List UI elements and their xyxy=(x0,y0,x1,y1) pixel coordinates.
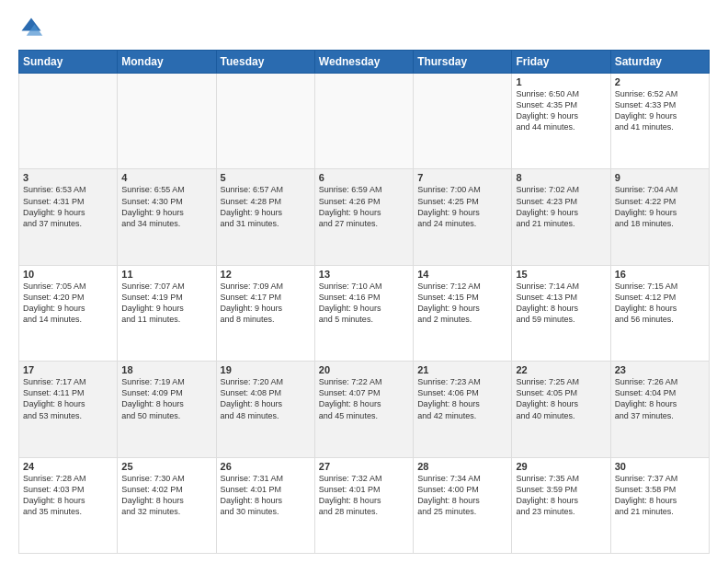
day-info: Sunrise: 7:19 AM Sunset: 4:09 PM Dayligh… xyxy=(121,376,211,421)
day-info: Sunrise: 7:28 AM Sunset: 4:03 PM Dayligh… xyxy=(23,473,113,518)
calendar-header-thursday: Thursday xyxy=(414,51,512,74)
day-number: 24 xyxy=(23,461,113,472)
page: SundayMondayTuesdayWednesdayThursdayFrid… xyxy=(0,0,728,563)
day-info: Sunrise: 6:52 AM Sunset: 4:33 PM Dayligh… xyxy=(615,88,705,133)
calendar-header-row: SundayMondayTuesdayWednesdayThursdayFrid… xyxy=(19,51,710,74)
day-info: Sunrise: 6:53 AM Sunset: 4:31 PM Dayligh… xyxy=(23,184,113,229)
day-number: 5 xyxy=(221,172,311,183)
calendar-cell: 9Sunrise: 7:04 AM Sunset: 4:22 PM Daylig… xyxy=(610,169,709,265)
calendar-cell: 8Sunrise: 7:02 AM Sunset: 4:23 PM Daylig… xyxy=(512,169,610,265)
calendar-cell: 29Sunrise: 7:35 AM Sunset: 3:59 PM Dayli… xyxy=(512,457,610,553)
day-info: Sunrise: 7:25 AM Sunset: 4:05 PM Dayligh… xyxy=(516,376,606,421)
calendar-week-3: 10Sunrise: 7:05 AM Sunset: 4:20 PM Dayli… xyxy=(19,265,710,361)
calendar-cell: 4Sunrise: 6:55 AM Sunset: 4:30 PM Daylig… xyxy=(118,169,216,265)
calendar-cell: 13Sunrise: 7:10 AM Sunset: 4:16 PM Dayli… xyxy=(314,265,413,361)
day-info: Sunrise: 7:22 AM Sunset: 4:07 PM Dayligh… xyxy=(319,376,409,421)
day-number: 20 xyxy=(319,364,409,375)
calendar-header-wednesday: Wednesday xyxy=(314,51,413,74)
calendar-week-5: 24Sunrise: 7:28 AM Sunset: 4:03 PM Dayli… xyxy=(19,457,710,553)
calendar-cell: 18Sunrise: 7:19 AM Sunset: 4:09 PM Dayli… xyxy=(118,362,216,457)
calendar-cell: 26Sunrise: 7:31 AM Sunset: 4:01 PM Dayli… xyxy=(216,457,314,553)
day-info: Sunrise: 7:07 AM Sunset: 4:19 PM Dayligh… xyxy=(121,281,211,326)
day-info: Sunrise: 6:50 AM Sunset: 4:35 PM Dayligh… xyxy=(516,88,606,133)
calendar-cell: 1Sunrise: 6:50 AM Sunset: 4:35 PM Daylig… xyxy=(512,74,610,169)
day-number: 29 xyxy=(516,461,606,472)
day-number: 13 xyxy=(319,269,409,280)
day-number: 6 xyxy=(319,172,409,183)
calendar-cell xyxy=(216,74,314,169)
calendar-week-2: 3Sunrise: 6:53 AM Sunset: 4:31 PM Daylig… xyxy=(19,169,710,265)
calendar-cell: 27Sunrise: 7:32 AM Sunset: 4:01 PM Dayli… xyxy=(314,457,413,553)
day-number: 1 xyxy=(516,76,606,87)
calendar-cell: 2Sunrise: 6:52 AM Sunset: 4:33 PM Daylig… xyxy=(610,74,709,169)
day-number: 9 xyxy=(615,172,705,183)
day-info: Sunrise: 7:26 AM Sunset: 4:04 PM Dayligh… xyxy=(615,376,705,421)
day-number: 28 xyxy=(417,461,507,472)
calendar-cell: 14Sunrise: 7:12 AM Sunset: 4:15 PM Dayli… xyxy=(414,265,512,361)
calendar-header-friday: Friday xyxy=(512,51,610,74)
calendar-cell: 15Sunrise: 7:14 AM Sunset: 4:13 PM Dayli… xyxy=(512,265,610,361)
day-number: 26 xyxy=(221,461,311,472)
day-info: Sunrise: 6:59 AM Sunset: 4:26 PM Dayligh… xyxy=(319,184,409,229)
logo xyxy=(18,15,48,40)
day-info: Sunrise: 7:15 AM Sunset: 4:12 PM Dayligh… xyxy=(615,281,705,326)
day-number: 16 xyxy=(615,269,705,280)
day-number: 30 xyxy=(615,461,705,472)
calendar-cell: 3Sunrise: 6:53 AM Sunset: 4:31 PM Daylig… xyxy=(19,169,118,265)
calendar-cell: 23Sunrise: 7:26 AM Sunset: 4:04 PM Dayli… xyxy=(610,362,709,457)
calendar-header-saturday: Saturday xyxy=(610,51,709,74)
day-number: 7 xyxy=(417,172,507,183)
day-info: Sunrise: 7:35 AM Sunset: 3:59 PM Dayligh… xyxy=(516,473,606,518)
day-info: Sunrise: 7:23 AM Sunset: 4:06 PM Dayligh… xyxy=(417,376,507,421)
calendar-cell: 7Sunrise: 7:00 AM Sunset: 4:25 PM Daylig… xyxy=(414,169,512,265)
calendar-week-4: 17Sunrise: 7:17 AM Sunset: 4:11 PM Dayli… xyxy=(19,362,710,457)
day-info: Sunrise: 7:12 AM Sunset: 4:15 PM Dayligh… xyxy=(417,281,507,326)
calendar-cell: 17Sunrise: 7:17 AM Sunset: 4:11 PM Dayli… xyxy=(19,362,118,457)
day-info: Sunrise: 7:02 AM Sunset: 4:23 PM Dayligh… xyxy=(516,184,606,229)
calendar-header-monday: Monday xyxy=(118,51,216,74)
calendar-week-1: 1Sunrise: 6:50 AM Sunset: 4:35 PM Daylig… xyxy=(19,74,710,169)
calendar-cell: 5Sunrise: 6:57 AM Sunset: 4:28 PM Daylig… xyxy=(216,169,314,265)
day-number: 3 xyxy=(23,172,113,183)
day-number: 14 xyxy=(417,269,507,280)
day-number: 4 xyxy=(121,172,211,183)
day-info: Sunrise: 7:00 AM Sunset: 4:25 PM Dayligh… xyxy=(417,184,507,229)
day-number: 22 xyxy=(516,364,606,375)
day-info: Sunrise: 7:37 AM Sunset: 3:58 PM Dayligh… xyxy=(615,473,705,518)
day-info: Sunrise: 7:05 AM Sunset: 4:20 PM Dayligh… xyxy=(23,281,113,326)
day-number: 17 xyxy=(23,364,113,375)
calendar-cell: 25Sunrise: 7:30 AM Sunset: 4:02 PM Dayli… xyxy=(118,457,216,553)
day-info: Sunrise: 7:20 AM Sunset: 4:08 PM Dayligh… xyxy=(221,376,311,421)
calendar-cell: 10Sunrise: 7:05 AM Sunset: 4:20 PM Dayli… xyxy=(19,265,118,361)
day-number: 23 xyxy=(615,364,705,375)
calendar-cell: 30Sunrise: 7:37 AM Sunset: 3:58 PM Dayli… xyxy=(610,457,709,553)
day-number: 18 xyxy=(121,364,211,375)
day-number: 12 xyxy=(221,269,311,280)
day-info: Sunrise: 7:09 AM Sunset: 4:17 PM Dayligh… xyxy=(221,281,311,326)
calendar-cell: 21Sunrise: 7:23 AM Sunset: 4:06 PM Dayli… xyxy=(414,362,512,457)
calendar-cell xyxy=(19,74,118,169)
day-info: Sunrise: 7:30 AM Sunset: 4:02 PM Dayligh… xyxy=(121,473,211,518)
day-info: Sunrise: 7:17 AM Sunset: 4:11 PM Dayligh… xyxy=(23,376,113,421)
calendar-cell: 24Sunrise: 7:28 AM Sunset: 4:03 PM Dayli… xyxy=(19,457,118,553)
day-number: 27 xyxy=(319,461,409,472)
day-number: 25 xyxy=(121,461,211,472)
day-number: 19 xyxy=(221,364,311,375)
calendar-table: SundayMondayTuesdayWednesdayThursdayFrid… xyxy=(18,50,710,554)
day-info: Sunrise: 7:04 AM Sunset: 4:22 PM Dayligh… xyxy=(615,184,705,229)
calendar-cell xyxy=(314,74,413,169)
day-info: Sunrise: 7:32 AM Sunset: 4:01 PM Dayligh… xyxy=(319,473,409,518)
day-number: 8 xyxy=(516,172,606,183)
calendar-cell: 28Sunrise: 7:34 AM Sunset: 4:00 PM Dayli… xyxy=(414,457,512,553)
calendar-cell: 6Sunrise: 6:59 AM Sunset: 4:26 PM Daylig… xyxy=(314,169,413,265)
calendar-cell: 19Sunrise: 7:20 AM Sunset: 4:08 PM Dayli… xyxy=(216,362,314,457)
logo-icon xyxy=(18,15,44,40)
day-number: 11 xyxy=(121,269,211,280)
calendar-cell xyxy=(414,74,512,169)
calendar-cell: 16Sunrise: 7:15 AM Sunset: 4:12 PM Dayli… xyxy=(610,265,709,361)
day-info: Sunrise: 7:31 AM Sunset: 4:01 PM Dayligh… xyxy=(221,473,311,518)
header xyxy=(18,15,710,40)
day-info: Sunrise: 7:10 AM Sunset: 4:16 PM Dayligh… xyxy=(319,281,409,326)
day-info: Sunrise: 6:55 AM Sunset: 4:30 PM Dayligh… xyxy=(121,184,211,229)
calendar-cell: 11Sunrise: 7:07 AM Sunset: 4:19 PM Dayli… xyxy=(118,265,216,361)
